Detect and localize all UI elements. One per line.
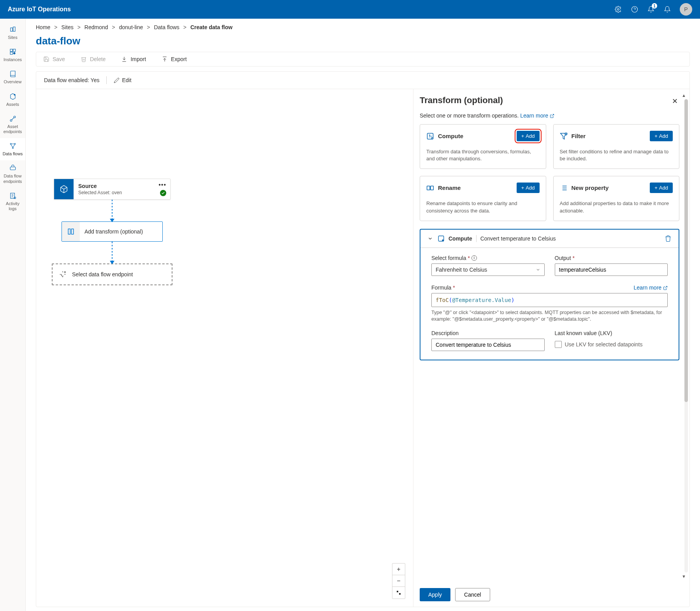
rename-card: Rename +Add Rename datapoints to ensure … — [420, 176, 546, 221]
sidebar-item-label: Instances — [4, 57, 22, 62]
formula-learn-more-link[interactable]: Learn more — [634, 284, 668, 291]
sidebar: Sites Instances Overview Assets Asset en… — [0, 19, 26, 611]
breadcrumb: Home> Sites> Redmond> donut-line> Data f… — [36, 24, 690, 30]
page-title: data-flow — [36, 35, 690, 47]
learn-more-link[interactable]: Learn more — [520, 112, 554, 119]
info-icon[interactable]: i — [471, 255, 477, 261]
op-description: Rename datapoints to ensure clarity and … — [426, 200, 540, 214]
sidebar-item-label: Overview — [4, 79, 22, 84]
svg-rect-19 — [68, 229, 70, 234]
sidebar-item-label: Sites — [8, 35, 17, 40]
edit-button[interactable]: Edit — [114, 77, 131, 83]
svg-point-1 — [632, 7, 638, 12]
bell-icon[interactable] — [663, 5, 671, 13]
dataflow-enabled-status: Data flow enabled: Yes — [44, 77, 99, 83]
breadcrumb-item[interactable]: Data flows — [154, 24, 179, 30]
source-subtitle: Selected Asset: oven — [78, 190, 165, 195]
sidebar-item-label: Activity logs — [2, 201, 24, 211]
newprop-card: New property +Add Add additional propert… — [553, 176, 680, 221]
svg-point-9 — [14, 94, 15, 95]
compute-icon — [426, 132, 434, 140]
zoom-out-button[interactable]: − — [392, 575, 405, 587]
op-name-label: Filter — [572, 133, 586, 139]
svg-rect-6 — [13, 49, 15, 51]
toolbar-label: Save — [53, 56, 65, 62]
output-input[interactable] — [555, 263, 668, 276]
edit-label: Edit — [122, 77, 131, 83]
import-button[interactable]: Import — [121, 56, 146, 62]
svg-rect-22 — [397, 591, 398, 592]
svg-point-21 — [64, 272, 65, 273]
check-icon — [160, 190, 166, 196]
op-description: Set filter conditions to refine and mana… — [560, 148, 673, 162]
sidebar-item-overview[interactable]: Overview — [0, 66, 25, 88]
breadcrumb-item[interactable]: Home — [36, 24, 50, 30]
svg-rect-28 — [427, 186, 430, 190]
sidebar-item-assets[interactable]: Assets — [0, 89, 25, 111]
breadcrumb-item[interactable]: Redmond — [84, 24, 108, 30]
dataflow-endpoints-icon — [9, 164, 17, 172]
sidebar-item-sites[interactable]: Sites — [0, 22, 25, 44]
sidebar-item-asset-endpoints[interactable]: Asset endpoints — [0, 111, 25, 138]
scrollbar[interactable] — [684, 99, 688, 572]
help-icon[interactable] — [631, 5, 638, 13]
add-filter-button[interactable]: +Add — [650, 131, 673, 141]
formula-select[interactable]: Fahrenheit to Celsius — [431, 263, 545, 276]
lkv-label: Last known value (LKV) — [555, 330, 668, 336]
settings-icon[interactable] — [614, 5, 622, 13]
compute-card: Compute +Add Transform data through conv… — [420, 124, 546, 169]
bell-badge-icon[interactable]: 1 — [647, 5, 655, 13]
formula-hint: Type "@" or click "<datapoint>" to selec… — [431, 309, 668, 323]
add-newprop-button[interactable]: +Add — [650, 183, 673, 193]
export-button[interactable]: Export — [162, 56, 186, 62]
breadcrumb-item-current: Create data flow — [190, 24, 232, 30]
activity-logs-icon — [9, 192, 17, 200]
svg-point-13 — [14, 143, 15, 144]
op-name-label: New property — [572, 184, 609, 191]
formula-label: Formula * — [431, 284, 455, 291]
app-title: Azure IoT Operations — [8, 6, 71, 13]
zoom-fit-button[interactable] — [392, 587, 405, 599]
sites-icon — [9, 26, 17, 33]
endpoint-icon — [59, 270, 67, 278]
zoom-controls: + − — [392, 563, 405, 599]
transform-node[interactable]: Add transform (optional) — [62, 221, 163, 242]
cancel-button[interactable]: Cancel — [455, 588, 490, 601]
zoom-in-button[interactable]: + — [392, 564, 405, 575]
avatar[interactable]: P — [680, 3, 692, 16]
svg-rect-23 — [399, 593, 401, 595]
compute-head-name: Compute — [448, 235, 472, 242]
endpoint-node[interactable]: Select data flow endpoint — [52, 263, 172, 285]
svg-point-37 — [442, 239, 444, 241]
status-row: Data flow enabled: Yes Edit — [36, 72, 689, 89]
notification-badge: 1 — [652, 3, 657, 9]
svg-rect-7 — [10, 52, 12, 54]
lkv-checkbox[interactable] — [555, 341, 562, 348]
breadcrumb-item[interactable]: donut-line — [119, 24, 143, 30]
formula-input[interactable]: fToC(@Temperature.Value) — [431, 293, 668, 307]
overview-icon — [9, 70, 17, 78]
rename-icon — [426, 184, 434, 192]
transform-panel: ▲▼ Transform (optional) ✕ Select one or … — [413, 89, 689, 607]
svg-rect-20 — [72, 229, 74, 234]
description-input[interactable] — [431, 339, 545, 351]
close-icon[interactable]: ✕ — [670, 95, 679, 107]
flow-canvas[interactable]: Source Selected Asset: oven ••• Add tran… — [36, 89, 413, 607]
trash-icon[interactable] — [665, 235, 672, 242]
op-name-label: Rename — [438, 184, 461, 191]
source-node[interactable]: Source Selected Asset: oven ••• — [54, 179, 171, 200]
apply-button[interactable]: Apply — [420, 588, 450, 601]
asset-endpoints-icon — [9, 115, 17, 123]
add-rename-button[interactable]: +Add — [517, 183, 540, 193]
sidebar-item-instances[interactable]: Instances — [0, 44, 25, 66]
output-label: Output * — [555, 255, 668, 261]
sidebar-item-dataflow-endpoints[interactable]: Data flow endpoints — [0, 160, 25, 188]
svg-point-14 — [12, 147, 13, 149]
add-compute-button[interactable]: +Add — [517, 131, 540, 141]
sidebar-item-activity-logs[interactable]: Activity logs — [0, 188, 25, 215]
filter-icon — [560, 132, 568, 140]
breadcrumb-item[interactable]: Sites — [62, 24, 74, 30]
more-icon[interactable]: ••• — [158, 181, 166, 188]
chevron-down-icon[interactable] — [427, 236, 433, 241]
sidebar-item-data-flows[interactable]: Data flows — [0, 138, 25, 160]
